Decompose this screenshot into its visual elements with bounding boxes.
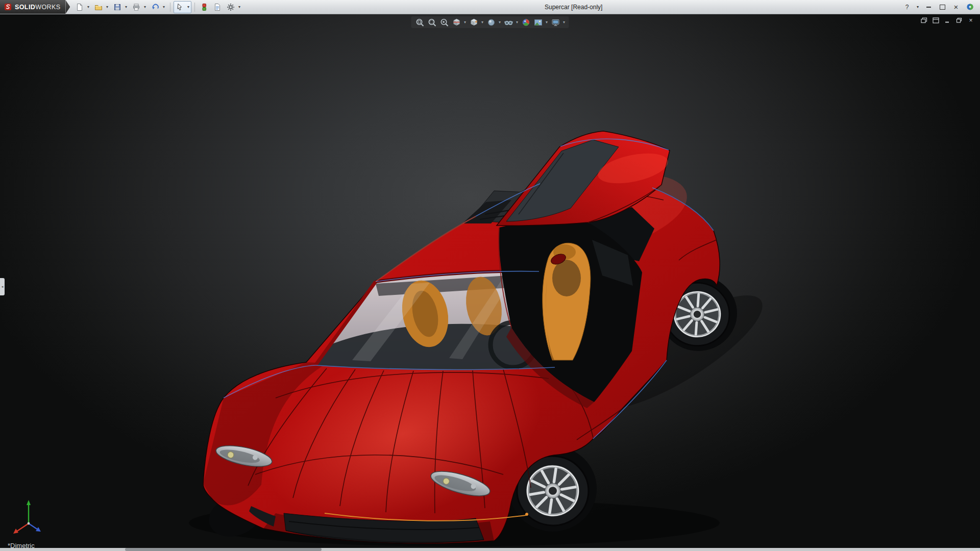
orientation-triad[interactable] [8, 492, 49, 540]
section-view-dropdown[interactable]: ▾ [463, 17, 468, 28]
display-style-dropdown[interactable]: ▾ [498, 17, 502, 28]
open-dropdown[interactable]: ▾ [104, 2, 110, 13]
doc-close-icon: × [969, 17, 972, 24]
hide-show-items-dropdown[interactable]: ▾ [515, 17, 520, 28]
doc-tile-button[interactable] [932, 17, 940, 24]
caret-icon: ▾ [563, 20, 565, 24]
menu-bar: SOLIDWORKS ▾ ▾ [0, 0, 980, 14]
restore-icon [940, 5, 945, 10]
select-cursor-icon [176, 3, 184, 11]
rebuild-group [198, 1, 210, 13]
help-button[interactable]: ? [901, 2, 913, 12]
rebuild-icon [200, 3, 208, 11]
solidworks-logo-icon [4, 3, 12, 11]
doc-restore-button[interactable] [955, 17, 963, 24]
caret-icon: ▾ [106, 5, 108, 9]
triad-axes-icon [8, 492, 49, 538]
options-group: ▾ [225, 1, 242, 13]
menu-expand-arrow[interactable] [65, 0, 70, 14]
doc-cascade-button[interactable] [920, 17, 928, 24]
help-icon: ? [905, 4, 909, 11]
view-orientation-button[interactable] [468, 17, 480, 28]
select-button[interactable] [174, 2, 185, 13]
caret-icon: ▾ [516, 20, 518, 24]
toolbar-separator [170, 3, 170, 12]
save-button[interactable] [112, 2, 123, 13]
print-dropdown[interactable]: ▾ [142, 2, 148, 13]
edit-appearance-ball-icon [521, 18, 530, 27]
options-gear-icon [227, 3, 235, 11]
view-settings-button[interactable] [550, 17, 561, 28]
toolbar-separator [194, 3, 195, 12]
view-settings-dropdown[interactable]: ▾ [562, 17, 567, 28]
edit-appearance-button[interactable] [520, 17, 532, 28]
viewport-3d[interactable]: ▾ ▾ ▾ ▾ [0, 14, 980, 551]
doc-minimize-button[interactable] [943, 17, 951, 24]
section-view-icon [452, 18, 461, 27]
close-icon: × [954, 3, 959, 11]
print-group: ▾ [130, 1, 148, 13]
help-dropdown[interactable]: ▾ [915, 2, 921, 12]
solidworks-logo: SOLIDWORKS [0, 0, 65, 14]
section-view-button[interactable] [451, 17, 462, 28]
scrollbar-thumb[interactable] [125, 548, 322, 551]
close-button[interactable]: × [950, 2, 962, 12]
print-button[interactable] [131, 2, 142, 13]
caret-icon: ▾ [917, 5, 919, 9]
doc-restore-icon [956, 17, 963, 23]
caret-icon: ▾ [87, 5, 89, 9]
undo-icon [151, 3, 159, 11]
brandmark-button[interactable] [964, 2, 976, 12]
rebuild-button[interactable] [199, 2, 210, 13]
caret-icon: ▾ [125, 5, 127, 9]
new-document-button[interactable] [74, 2, 85, 13]
view-settings-icon [551, 18, 560, 27]
print-icon [132, 3, 140, 11]
file-properties-group [211, 1, 224, 13]
open-folder-icon [94, 3, 103, 11]
select-dropdown[interactable]: ▾ [185, 2, 191, 13]
file-properties-button[interactable] [212, 2, 223, 13]
undo-dropdown[interactable]: ▾ [161, 2, 166, 13]
apply-scene-button[interactable] [532, 17, 544, 28]
save-icon [113, 3, 121, 11]
headsup-view-toolbar: ▾ ▾ ▾ ▾ [411, 16, 569, 28]
minimize-button[interactable] [922, 2, 935, 12]
file-properties-icon [213, 3, 222, 11]
undo-button[interactable] [150, 2, 161, 13]
hide-show-items-glasses-icon [504, 18, 513, 27]
main-toolbar: ▾ ▾ ▾ [70, 1, 246, 13]
caret-icon: ▾ [481, 20, 483, 24]
zoom-to-area-icon [427, 18, 436, 27]
collapse-arrow-icon: ◂ [2, 285, 4, 289]
open-button[interactable] [93, 2, 104, 13]
new-document-dropdown[interactable]: ▾ [85, 2, 91, 13]
save-dropdown[interactable]: ▾ [123, 2, 129, 13]
options-dropdown[interactable]: ▾ [236, 2, 242, 13]
restore-button[interactable] [936, 2, 948, 12]
caret-icon: ▾ [163, 5, 165, 9]
previous-view-button[interactable] [438, 17, 450, 28]
bottom-scrollbar[interactable] [0, 548, 980, 551]
display-style-button[interactable] [485, 17, 497, 28]
apply-scene-icon [533, 18, 543, 27]
view-orientation-icon [469, 18, 478, 27]
doc-minimize-icon [944, 17, 951, 23]
options-button[interactable] [225, 2, 236, 13]
brand-text-bold: SOLID [15, 4, 35, 11]
hide-show-items-button[interactable] [503, 17, 514, 28]
zoom-to-fit-icon [415, 18, 424, 27]
brandmark-icon [966, 3, 974, 11]
doc-close-button[interactable]: × [967, 17, 975, 24]
apply-scene-dropdown[interactable]: ▾ [545, 17, 549, 28]
caret-icon: ▾ [546, 20, 548, 24]
document-window-controls: × [920, 17, 975, 24]
car-model-render [0, 14, 980, 551]
view-orientation-dropdown[interactable]: ▾ [480, 17, 485, 28]
select-group: ▾ [174, 1, 191, 13]
zoom-to-area-button[interactable] [426, 17, 438, 28]
zoom-to-fit-button[interactable] [414, 17, 426, 28]
feature-panel-collapse-tab[interactable]: ◂ [0, 278, 5, 295]
open-group: ▾ [92, 1, 110, 13]
window-controls: ? ▾ × [901, 2, 980, 12]
